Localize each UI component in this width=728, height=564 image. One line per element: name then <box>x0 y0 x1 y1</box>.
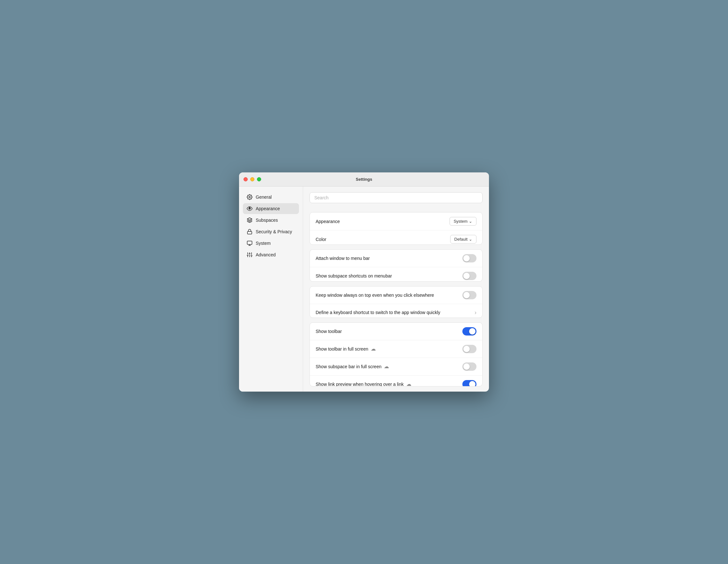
maximize-button[interactable] <box>257 177 261 181</box>
row-show-toolbar: Show toolbar <box>310 323 482 340</box>
section-window-options: Attach window to menu bar Show subspace … <box>310 249 483 282</box>
section-toolbar-options: Show toolbar Show toolbar in full screen… <box>310 322 483 386</box>
svg-point-0 <box>249 196 251 198</box>
sidebar-label-security-privacy: Security & Privacy <box>256 229 292 234</box>
appearance-dropdown-value: System <box>454 219 467 224</box>
row-color: Color Default ⌄ <box>310 230 482 245</box>
sidebar-item-advanced[interactable]: Advanced <box>243 249 299 260</box>
eye-icon <box>247 206 252 211</box>
toggle-thumb-toolbar <box>469 328 476 335</box>
toggle-subspace-shortcuts[interactable] <box>462 272 476 280</box>
sidebar-item-appearance[interactable]: Appearance <box>243 203 299 214</box>
toggle-thumb-subspace <box>463 273 470 279</box>
chevron-down-icon: ⌄ <box>469 219 472 224</box>
label-show-subspace-bar-fullscreen: Show subspace bar in full screen ☁ <box>316 363 389 369</box>
minimize-button[interactable] <box>250 177 254 181</box>
toggle-track-subspace-fs <box>462 362 476 371</box>
sidebar-item-subspaces[interactable]: Subspaces <box>243 215 299 226</box>
label-show-toolbar: Show toolbar <box>316 329 342 334</box>
label-attach-window: Attach window to menu bar <box>316 256 370 261</box>
sidebar-label-system: System <box>256 241 271 246</box>
window-body: General Appearance <box>239 187 489 392</box>
row-keep-window-on-top: Keep window always on top even when you … <box>310 286 482 304</box>
svg-rect-5 <box>247 241 252 245</box>
label-appearance: Appearance <box>316 219 340 224</box>
main-content: Appearance System ⌄ Color Default ⌄ <box>303 207 489 392</box>
sidebar: General Appearance <box>239 187 303 392</box>
toggle-keep-on-top[interactable] <box>462 291 476 299</box>
toggle-toolbar-fullscreen[interactable] <box>462 345 476 353</box>
cloud-icon-1: ☁ <box>371 346 376 352</box>
row-show-subspace-bar-fullscreen: Show subspace bar in full screen ☁ <box>310 358 482 376</box>
toggle-subspace-bar-fullscreen[interactable] <box>462 362 476 371</box>
label-show-subspace-shortcuts: Show subspace shortcuts on menubar <box>316 273 392 278</box>
toggle-show-toolbar[interactable] <box>462 327 476 336</box>
toggle-track-subspace <box>462 272 476 280</box>
row-appearance: Appearance System ⌄ <box>310 212 482 230</box>
toggle-thumb-on-top <box>463 292 470 298</box>
layers-icon <box>247 217 252 223</box>
toggle-track-toolbar-fs <box>462 345 476 353</box>
label-keep-window-on-top: Keep window always on top even when you … <box>316 293 434 298</box>
sidebar-label-subspaces: Subspaces <box>256 218 278 223</box>
toggle-thumb-link-preview <box>469 381 476 386</box>
toggle-thumb-toolbar-fs <box>463 346 470 352</box>
traffic-lights <box>244 177 261 181</box>
monitor-icon <box>247 240 252 246</box>
sidebar-label-advanced: Advanced <box>256 252 276 257</box>
label-show-toolbar-fullscreen: Show toolbar in full screen ☁ <box>316 346 376 352</box>
row-show-link-preview: Show link preview when hovering over a l… <box>310 376 482 386</box>
toggle-attach-window[interactable] <box>462 254 476 262</box>
sidebar-label-appearance: Appearance <box>256 206 280 211</box>
toggle-track-on-top <box>462 291 476 299</box>
section-window-behavior: Keep window always on top even when you … <box>310 286 483 318</box>
label-color: Color <box>316 237 326 242</box>
sliders-icon <box>247 252 252 258</box>
row-show-toolbar-fullscreen: Show toolbar in full screen ☁ <box>310 340 482 358</box>
toggle-track-link-preview <box>462 380 476 386</box>
color-dropdown[interactable]: Default ⌄ <box>450 235 476 244</box>
titlebar: Settings <box>239 172 489 187</box>
section-appearance-theme: Appearance System ⌄ Color Default ⌄ <box>310 212 483 245</box>
row-attach-window: Attach window to menu bar <box>310 250 482 267</box>
window-title: Settings <box>356 177 372 182</box>
close-button[interactable] <box>244 177 248 181</box>
sidebar-item-general[interactable]: General <box>243 192 299 203</box>
toggle-track-attach <box>462 254 476 262</box>
row-keyboard-shortcut[interactable]: Define a keyboard shortcut to switch to … <box>310 304 482 318</box>
toggle-thumb-attach <box>463 255 470 261</box>
chevron-right-icon: › <box>475 309 476 316</box>
sidebar-item-system[interactable]: System <box>243 238 299 249</box>
gear-icon <box>247 194 252 200</box>
svg-marker-3 <box>247 218 252 220</box>
cloud-icon-3: ☁ <box>406 381 411 386</box>
label-show-link-preview: Show link preview when hovering over a l… <box>316 381 411 386</box>
color-dropdown-value: Default <box>454 237 467 242</box>
appearance-dropdown[interactable]: System ⌄ <box>450 217 476 226</box>
toggle-track-toolbar <box>462 327 476 336</box>
cloud-icon-2: ☁ <box>384 363 389 369</box>
row-show-subspace-shortcuts: Show subspace shortcuts on menubar <box>310 267 482 282</box>
svg-rect-4 <box>247 231 252 234</box>
search-input[interactable] <box>310 192 483 203</box>
lock-icon <box>247 229 252 235</box>
label-keyboard-shortcut: Define a keyboard shortcut to switch to … <box>316 310 440 315</box>
toggle-thumb-subspace-fs <box>463 363 470 370</box>
chevron-down-icon-2: ⌄ <box>469 237 472 242</box>
toggle-link-preview[interactable] <box>462 380 476 386</box>
settings-window: Settings General <box>239 172 489 392</box>
sidebar-item-security-privacy[interactable]: Security & Privacy <box>243 226 299 237</box>
sidebar-label-general: General <box>256 195 272 200</box>
